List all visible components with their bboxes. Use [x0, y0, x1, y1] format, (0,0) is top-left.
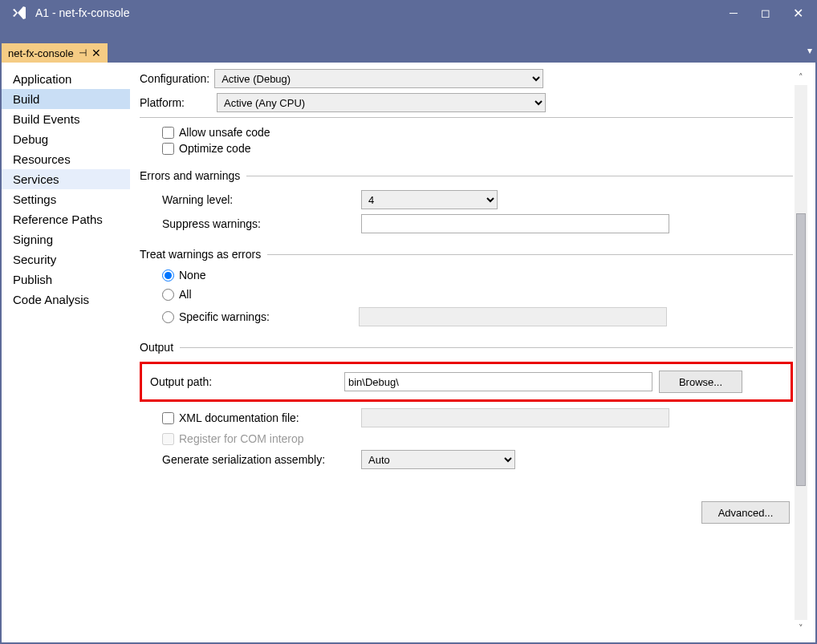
treat-specific-label: Specific warnings: [179, 310, 354, 323]
properties-sidebar: Application Build Build Events Debug Res… [2, 63, 130, 642]
scroll-track[interactable] [795, 85, 807, 620]
output-path-highlight: Output path: Browse... [140, 362, 793, 402]
project-properties-host: Application Build Build Events Debug Res… [2, 63, 815, 642]
com-interop-label: Register for COM interop [179, 432, 304, 445]
menu-strip [0, 26, 817, 42]
window-titlebar: A1 - net-fx-console ─ ◻ ✕ [0, 0, 817, 26]
pin-icon[interactable]: ⊣ [79, 47, 87, 59]
close-tab-icon[interactable]: ✕ [91, 47, 101, 59]
suppress-warnings-input[interactable] [361, 214, 669, 233]
platform-label: Platform: [140, 96, 185, 109]
vs-logo-icon [8, 2, 30, 24]
window-title: A1 - net-fx-console [35, 6, 717, 19]
allow-unsafe-checkbox[interactable] [162, 127, 174, 139]
sidebar-item-security[interactable]: Security [2, 249, 130, 269]
build-page: Configuration: Active (Debug) Platform: … [130, 63, 815, 642]
suppress-warnings-label: Suppress warnings: [162, 217, 355, 230]
advanced-button[interactable]: Advanced... [701, 501, 790, 524]
optimize-code-checkbox[interactable] [162, 143, 174, 155]
browse-button[interactable]: Browse... [659, 371, 742, 393]
allow-unsafe-label: Allow unsafe code [179, 126, 270, 139]
xml-doc-input [361, 408, 669, 427]
serialization-label: Generate serialization assembly: [162, 453, 355, 466]
sidebar-item-reference-paths[interactable]: Reference Paths [2, 209, 130, 229]
com-interop-checkbox [162, 433, 174, 445]
tab-label: net-fx-console [8, 47, 74, 59]
scroll-down-icon[interactable]: ˅ [793, 622, 809, 634]
sidebar-item-code-analysis[interactable]: Code Analysis [2, 290, 130, 310]
treat-all-label: All [179, 288, 192, 301]
section-errors-warnings: Errors and warnings [140, 169, 240, 182]
scroll-up-icon[interactable]: ˄ [793, 71, 809, 83]
treat-specific-input [359, 307, 667, 326]
section-output: Output [140, 341, 173, 354]
warning-level-label: Warning level: [162, 193, 355, 206]
output-path-label: Output path: [150, 375, 338, 388]
sidebar-item-signing[interactable]: Signing [2, 229, 130, 249]
sidebar-item-services[interactable]: Services [2, 169, 130, 189]
sidebar-item-build[interactable]: Build [2, 89, 130, 109]
sidebar-item-application[interactable]: Application [2, 69, 130, 89]
tab-project-properties[interactable]: net-fx-console ⊣ ✕ [2, 43, 108, 63]
vertical-scrollbar[interactable]: ˄ ˅ [793, 69, 809, 636]
treat-none-radio[interactable] [162, 269, 174, 281]
sidebar-item-publish[interactable]: Publish [2, 269, 130, 290]
tabwell-menu-icon[interactable]: ▾ [807, 45, 812, 56]
maximize-button[interactable]: ◻ [750, 2, 782, 24]
output-path-input[interactable] [344, 372, 652, 391]
serialization-select[interactable]: Auto [361, 450, 515, 469]
platform-select[interactable]: Active (Any CPU) [217, 93, 546, 112]
xml-doc-checkbox[interactable] [162, 412, 174, 424]
configuration-select[interactable]: Active (Debug) [214, 69, 543, 88]
sidebar-item-resources[interactable]: Resources [2, 149, 130, 169]
optimize-code-label: Optimize code [179, 142, 250, 155]
close-button[interactable]: ✕ [782, 2, 814, 24]
configuration-label: Configuration: [140, 72, 209, 85]
treat-specific-radio[interactable] [162, 311, 174, 323]
sidebar-item-debug[interactable]: Debug [2, 129, 130, 149]
warning-level-select[interactable]: 4 [361, 190, 498, 209]
sidebar-item-build-events[interactable]: Build Events [2, 109, 130, 129]
section-treat-warnings: Treat warnings as errors [140, 248, 261, 261]
minimize-button[interactable]: ─ [717, 2, 750, 24]
sidebar-item-settings[interactable]: Settings [2, 189, 130, 209]
xml-doc-label: XML documentation file: [179, 411, 299, 424]
treat-none-label: None [179, 269, 205, 281]
scroll-thumb[interactable] [796, 213, 806, 486]
treat-all-radio[interactable] [162, 289, 174, 301]
tab-well: net-fx-console ⊣ ✕ ▾ [0, 42, 817, 63]
